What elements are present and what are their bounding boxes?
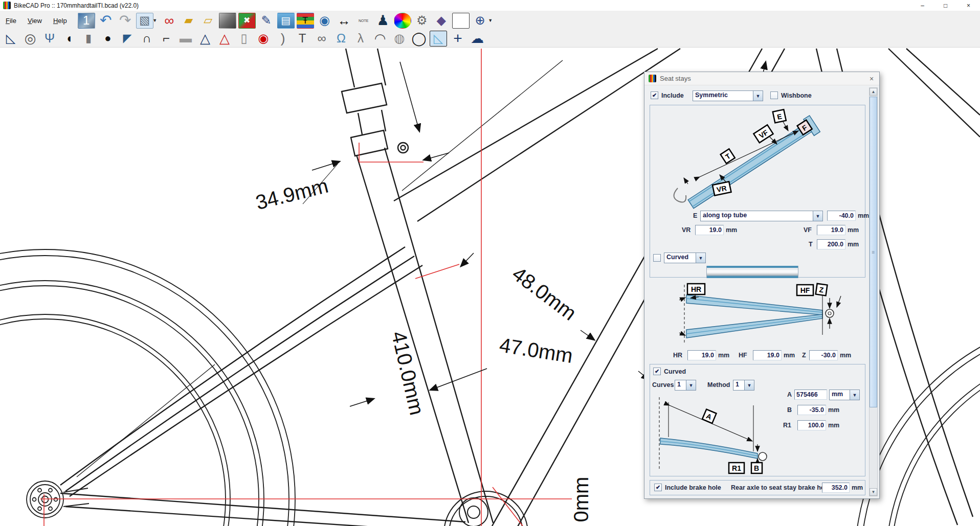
hr-field[interactable] [687,350,716,360]
title-notes-icon[interactable]: ▤ [277,13,295,29]
seatstay-bridge-icon[interactable]: Т [294,31,311,47]
curved-style-checkbox[interactable] [653,254,661,262]
fender-icon[interactable]: ◠ [371,31,389,47]
bottle-icon[interactable]: ▯ [235,31,253,47]
scroll-down-icon[interactable]: ▼ [870,488,877,496]
dropdown-arrow-icon[interactable]: ▼ [152,18,158,23]
curves-dropdown[interactable]: 1 ▼ [675,380,696,391]
menu-view[interactable]: View [26,16,44,26]
stem-icon[interactable]: ◤ [119,31,136,47]
bikecad-logo-icon [649,75,656,82]
dropdown-arrow-icon[interactable]: ▼ [753,91,763,101]
dropdown-arrow-icon[interactable]: ▼ [487,18,494,23]
dialog-title: Seat stays [660,75,691,82]
r1-field[interactable] [797,420,826,430]
eye-visibility-icon[interactable]: ◉ [316,13,333,29]
scroll-up-icon[interactable]: ▲ [870,88,877,96]
brake-arm-icon[interactable]: λ [352,31,369,47]
dropdown-arrow-icon[interactable]: ▼ [686,380,696,390]
close-button[interactable]: × [957,0,980,11]
wheel-icon[interactable]: ◎ [21,31,39,47]
curved-checkbox[interactable]: ✔ [653,368,661,375]
dropdown-arrow-icon[interactable]: ▼ [850,390,859,400]
maximize-button[interactable]: □ [934,0,957,11]
seatpost-icon[interactable]: ▮ [80,31,97,47]
hf-field[interactable] [753,350,782,360]
render-3d-icon[interactable]: ◆ [433,13,450,29]
handlebar-icon[interactable]: ∩ [138,31,155,47]
rider-model-icon[interactable]: ♟ [374,13,392,29]
zoom-options-icon[interactable]: ⊕▼ [472,13,489,29]
gears-settings-icon[interactable]: ⚙ [413,13,431,29]
dimension-tool-icon[interactable]: ↔ [336,13,353,29]
rear-triangle-icon[interactable]: △ [216,31,233,47]
fork-blade-icon[interactable]: ) [274,31,292,47]
b-label: B [787,406,792,414]
tag-R1: R1 [732,464,741,472]
brake-caliper-icon[interactable]: Ω [332,31,350,47]
add-component-icon[interactable]: + [449,31,466,47]
saddle-icon[interactable]: ◖ [60,31,78,47]
z-label: Z [802,352,806,359]
tire-icon[interactable]: ◯ [410,31,428,47]
e-mode-dropdown[interactable]: along top tube ▼ [700,211,823,221]
note-annotation-icon[interactable]: NOTE [355,13,372,29]
z-field[interactable] [809,350,838,360]
seatstay-curve-diagram: A R1 B [651,394,774,475]
compass-measure-icon[interactable]: ✎ [258,13,275,29]
blank-drawing-icon[interactable] [452,13,470,29]
minimize-button[interactable]: – [911,0,934,11]
aerobar-icon[interactable]: ⌐ [158,31,175,47]
dialog-close-icon[interactable]: × [864,75,879,83]
t-field[interactable] [817,239,845,249]
dialog-titlebar[interactable]: Seat stays × [644,72,879,85]
menu-file[interactable]: File [4,16,18,26]
fork-icon[interactable]: Ψ [41,31,58,47]
brain-auto-icon[interactable]: ☁ [469,31,486,47]
wishbone-checkbox[interactable] [770,92,778,99]
menu-help[interactable]: Help [51,16,69,26]
redo-icon[interactable]: ↷ [117,13,134,29]
a-label: A [787,391,792,398]
brake-hole-field[interactable] [822,483,850,493]
dropdown-arrow-icon[interactable]: ▼ [813,211,822,221]
window-title: BikeCAD Pro :: 170mmhardtailTI.bcad (v22… [14,2,139,9]
include-label: Include [661,92,684,99]
zoom-region-icon[interactable]: ▧▼ [136,13,153,29]
unlock-dimensions-icon[interactable]: ▱ [199,13,217,29]
style-dropdown[interactable]: Symmetric ▼ [693,90,763,101]
hub-body-icon[interactable]: ◍ [391,31,408,47]
brake-hole-checkbox[interactable]: ✔ [654,484,662,491]
fit-bike-icon[interactable]: ∞ [161,13,178,29]
a-unit-dropdown[interactable]: mm ▼ [829,390,860,400]
b-field[interactable] [797,405,826,415]
seatstays-icon[interactable]: ◺ [430,31,447,47]
dialog-scrollbar[interactable]: ▲ ≡ ▼ [869,87,878,496]
include-checkbox[interactable]: ✔ [651,92,658,99]
method-dropdown[interactable]: 1 ▼ [733,380,754,391]
brake-hole-strip: ✔ Include brake hole Rear axle to seat s… [650,480,865,495]
color-wheel-icon[interactable] [394,13,411,29]
frame-icon[interactable]: ◺ [2,31,19,47]
e-value-field[interactable] [827,211,856,221]
photo-background-icon[interactable] [219,13,236,29]
window-titlebar[interactable]: BikeCAD Pro :: 170mmhardtailTI.bcad (v22… [0,0,980,11]
vf-field[interactable] [817,225,845,235]
standards-scales-icon[interactable]: Ŧ [297,13,314,29]
front-triangle-icon[interactable]: △ [196,31,214,47]
drivetrain-icon[interactable]: ∞ [313,31,330,47]
bikecad-logo-icon[interactable]: 1 [78,13,95,29]
vr-field[interactable] [695,225,724,235]
grip-icon[interactable]: ▬ [177,31,194,47]
dropdown-arrow-icon[interactable]: ▼ [696,253,705,263]
hub-disc-icon[interactable]: ◉ [255,31,272,47]
dropdown-arrow-icon[interactable]: ▼ [744,380,754,390]
toggle-visibility-icon[interactable]: ✖ [238,13,256,29]
lock-dimensions-icon[interactable]: ▰ [180,13,197,29]
scrollbar-thumb[interactable]: ≡ [870,97,877,407]
a-field[interactable] [794,390,827,400]
headset-icon[interactable]: ● [99,31,117,47]
curved-style-dropdown[interactable]: Curved ▼ [664,253,706,263]
dim-truncated-vertical: 0mm [570,477,592,522]
undo-icon[interactable]: ↶ [97,13,115,29]
